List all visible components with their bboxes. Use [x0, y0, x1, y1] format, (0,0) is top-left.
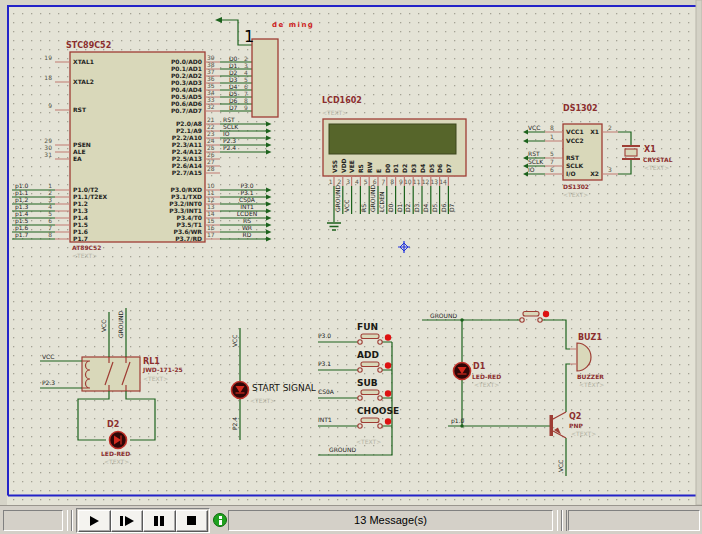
net-label: SCLK: [223, 123, 239, 130]
canvas-right-strip[interactable]: [696, 0, 702, 505]
play-button[interactable]: [78, 510, 111, 532]
mcu-pin-name: P3.5/T1: [177, 221, 203, 228]
button-actuator[interactable]: [385, 418, 391, 424]
lcd-pin-number: 10: [404, 178, 412, 185]
connector-pin-number: 9: [244, 104, 248, 111]
mcu-p3-pin-numbers: 1011121314151617: [207, 182, 215, 238]
lcd-pin-name: RS: [357, 164, 364, 173]
connector-pin-numbers: 23456789: [244, 55, 248, 111]
button-actuator[interactable]: [385, 362, 391, 368]
pause-button[interactable]: [143, 510, 176, 532]
net-label: IO: [528, 166, 535, 173]
mcu-pin-number: 8: [48, 231, 52, 238]
net-label: D1: [229, 62, 238, 69]
mcu-pin-number: 38: [207, 61, 215, 68]
mcu-pin-number: 30: [44, 144, 52, 151]
mcu-pin-name: P3.3/INT1: [169, 207, 202, 214]
mcu-placeholder: <TEXT>: [72, 252, 97, 259]
transistor-ref: Q2: [569, 412, 581, 421]
lcd-pin-number: 14: [439, 178, 447, 185]
mcu-pin-number: 34: [207, 89, 215, 96]
lcd-pin-name: D7: [445, 164, 452, 173]
net-label: SCLK: [528, 158, 544, 165]
sheet-margin-top: [0, 0, 702, 5]
mcu-title: STC89C52: [66, 41, 111, 50]
mcu-pin-name: XTAL2: [73, 78, 94, 85]
mcu-pin-name: P0.4/AD4: [171, 86, 202, 93]
lcd-screen: [329, 124, 456, 154]
net-label: D0: [387, 203, 394, 212]
net-label: D5: [229, 90, 238, 97]
crystal-body[interactable]: [625, 149, 637, 156]
lcd-pin-name: D5: [428, 164, 435, 173]
net-label: INT1: [240, 203, 254, 210]
button-label: FUN: [357, 322, 378, 332]
net-label: GROUND: [334, 185, 341, 212]
schematic-canvas[interactable]: STC89C52 AT89C52 <TEXT> XTAL1XTAL2RSTPSE…: [0, 0, 702, 505]
net-label: D2: [404, 203, 411, 212]
mcu-pin-number: 5: [48, 210, 52, 217]
led-placeholder: <TEXT>: [104, 458, 129, 465]
mcu-pin-number: 19: [44, 54, 52, 61]
mcu-pin-name: P1.6: [73, 228, 88, 235]
net-label: RD: [243, 231, 252, 238]
step-icon: [120, 516, 123, 526]
net-label: D4: [422, 203, 429, 212]
button-actuator[interactable]: [385, 390, 391, 396]
transistor-placeholder: <TEXT>: [571, 430, 596, 437]
mcu-pin-name: P0.7/AD7: [171, 107, 202, 114]
net-label: VCC: [231, 335, 238, 347]
rtc-pin-name: VCC1: [566, 128, 584, 135]
mcu-p0-net-labels: D0D1D2D3D4D5D6D7: [229, 55, 238, 111]
rtc-pin-number: 7: [550, 158, 554, 165]
stop-button[interactable]: [176, 510, 209, 532]
mcu-pin-name: P1.5: [73, 221, 88, 228]
header-connector-body[interactable]: [252, 39, 278, 117]
mcu-left-net-labels: p1.0p1.1p1.2p1.3p1.4p1.5p1.6p1.7: [15, 182, 29, 239]
mcu-pin-name: P3.4/T0: [177, 214, 203, 221]
net-label: P2.3: [42, 379, 55, 386]
net-label: D2: [229, 69, 238, 76]
mcu-pin-name: P2.0/A8: [176, 120, 202, 127]
mcu-pin-name: P3.7/RD: [175, 235, 202, 242]
net-label: D1: [396, 203, 403, 212]
mcu-p0-pin-numbers: 3938373635343332: [207, 54, 215, 110]
button-actuator[interactable]: [385, 334, 391, 340]
net-label: P2.4: [223, 144, 236, 151]
lcd-pin-number: 4: [355, 178, 359, 185]
info-icon[interactable]: [213, 513, 227, 527]
net-label: VCC: [528, 124, 540, 131]
rtc-pin-name: I/O: [566, 170, 576, 177]
connector-pin-number: 4: [244, 69, 248, 76]
net-label: IO: [223, 130, 230, 137]
net-label: RS: [243, 217, 251, 224]
mcu-pin-name: P2.7/A15: [172, 169, 202, 176]
crystal-placeholder: <TEXT>: [644, 164, 669, 171]
lcd-pin-number: 6: [373, 178, 377, 185]
status-message-panel[interactable]: 13 Message(s): [228, 510, 553, 531]
mcu-p2-pin-numbers: 2122232425262728: [207, 116, 215, 172]
button-actuator[interactable]: [543, 311, 549, 317]
connector-pin-number: 8: [244, 97, 248, 104]
connector-pin-number: 5: [244, 76, 248, 83]
net-label: D5: [431, 203, 438, 212]
mcu-pin-number: 31: [44, 151, 52, 158]
rtc-pin-number: 2: [608, 124, 612, 131]
rtc-placeholder: <TEXT>: [563, 191, 588, 198]
mcu-pin-number: 24: [207, 137, 215, 144]
relay-body[interactable]: [82, 357, 140, 391]
buzzer-ref: BUZ1: [578, 333, 602, 342]
mcu-pin-number: 28: [207, 165, 215, 172]
mcu-pin-number: 25: [207, 144, 215, 151]
step-button[interactable]: [111, 510, 144, 532]
mcu-pin-number: 16: [207, 224, 215, 231]
net-label: P3.1: [318, 360, 331, 367]
lcd-pin-number: 12: [422, 178, 430, 185]
lcd-pin-name: RW: [366, 161, 373, 173]
mcu-pin-name: P0.5/AD5: [171, 93, 202, 100]
lcd-pin-name: D3: [410, 164, 417, 173]
transistor-model: PNP: [569, 422, 583, 429]
relay-placeholder: <TEXT>: [143, 375, 168, 382]
net-label: D4: [229, 83, 238, 90]
schematic-svg[interactable]: STC89C52 AT89C52 <TEXT> XTAL1XTAL2RSTPSE…: [0, 0, 702, 505]
